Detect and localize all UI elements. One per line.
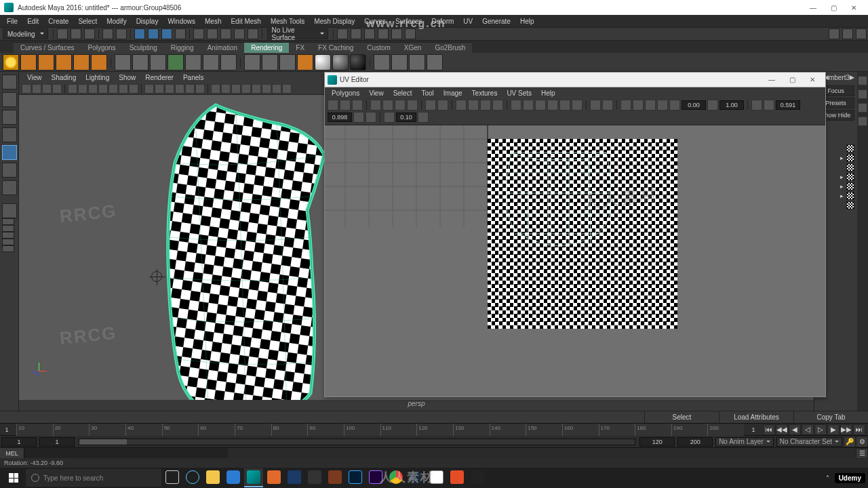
uv-paste-uv-icon[interactable] [366,112,376,123]
texture-icon[interactable] [132,54,149,70]
uv-menu-help[interactable]: Help [537,88,559,98]
directional-light-icon[interactable] [20,54,37,70]
hypershade-icon[interactable] [391,28,402,39]
ae-swatch-icon[interactable] [846,192,854,200]
file-node-icon[interactable] [220,54,237,70]
script-editor-button[interactable]: ☰ [856,448,868,459]
material-attr-icon[interactable] [409,54,425,70]
range-end-input[interactable] [639,437,675,447]
uv-image-ratio-icon[interactable] [707,100,718,110]
uv-close-button[interactable]: ✕ [802,73,823,87]
prefs-button[interactable]: ⚙ [856,436,868,447]
uv-isolate-icon[interactable] [590,100,601,110]
tab-rendering[interactable]: Rendering [244,42,289,53]
render-current-frame-icon[interactable] [244,54,260,70]
save-scene-icon[interactable] [84,28,95,39]
task-edge-icon[interactable] [224,468,243,487]
snap-plane-icon[interactable] [234,28,245,39]
uv-editor-window[interactable]: UV Editor — ▢ ✕ Polygons View Select Too… [324,72,826,397]
uv-align-u-icon[interactable] [535,100,546,110]
vp-ao-icon[interactable] [231,84,241,94]
vp-smooth-shade-icon[interactable] [155,84,164,94]
uv-distribute-u-icon[interactable] [559,100,570,110]
snap-live-icon[interactable] [248,28,258,39]
uv-snapshot-icon[interactable] [764,100,774,110]
ambient-light-icon[interactable] [3,54,19,70]
uv-menu-view[interactable]: View [365,88,388,98]
vp-safe-action-icon[interactable] [119,84,128,94]
vp-grid-icon[interactable] [68,84,77,94]
armour-mesh[interactable] [141,102,331,400]
uv-cut-icon[interactable] [456,100,467,110]
ae-swatch-icon[interactable] [846,154,854,162]
vp-dof-icon[interactable] [262,84,271,94]
range-handle[interactable] [79,439,127,445]
tab-curves-surfaces[interactable]: Curves / Surfaces [14,42,81,53]
menu-edit[interactable]: Edit [23,16,43,26]
scale-tool[interactable] [2,163,17,178]
tab-fx-caching[interactable]: FX Caching [311,42,360,53]
vp-motion-blur-icon[interactable] [241,84,251,94]
toggle-attribute-editor-icon[interactable] [858,89,867,99]
vp-exposure-icon[interactable] [272,84,281,94]
tab-polygons[interactable]: Polygons [81,42,122,53]
menu-windows[interactable]: Windows [163,16,199,26]
task-app-orange-icon[interactable] [264,468,283,487]
render-settings-icon[interactable] [378,28,389,39]
single-view-icon[interactable] [2,203,17,218]
uv-editor-canvas[interactable]: -0.8-0.6-0.4 -0.20.20.4 0.60.81 人人素材 [325,125,825,396]
uv-toggle-texture-icon[interactable] [657,100,668,110]
uv-nudge-step[interactable] [396,113,416,122]
tab-custom[interactable]: Custom [360,42,397,53]
vp-2d-pan-icon[interactable] [52,84,62,94]
step-forward-button[interactable]: ▶ [827,424,840,435]
uv-nudge-left-icon[interactable] [384,112,395,123]
script-lang-button[interactable]: MEL [0,448,24,458]
toggle-modeling-toolkit-icon[interactable] [858,76,867,85]
menu-mesh-tools[interactable]: Mesh Tools [267,16,309,26]
vp-menu-view[interactable]: View [23,73,46,83]
vp-gamma-icon[interactable] [282,84,292,94]
assign-material-icon[interactable] [391,54,408,70]
uv-input-v[interactable] [328,113,352,122]
taskbar-search[interactable]: Type here to search [26,469,161,487]
uv-menu-uvsets[interactable]: UV Sets [502,88,536,98]
batch-render-icon[interactable] [279,54,296,70]
spot-light-icon[interactable] [56,54,72,70]
ae-swatch-icon[interactable] [846,182,854,190]
vp-safe-title-icon[interactable] [129,84,138,94]
vp-menu-renderer[interactable]: Renderer [141,73,178,83]
persp-outliner-icon[interactable] [2,232,14,239]
task-cinema4d-icon[interactable] [285,468,304,487]
four-view-icon[interactable] [2,218,14,225]
system-tray[interactable]: ˄ Udemy [826,473,865,483]
menu-help[interactable]: Help [516,16,538,26]
start-button[interactable] [3,468,24,488]
task-html5-icon[interactable] [448,468,467,487]
ipr-icon[interactable] [262,54,278,70]
light-editor-icon[interactable] [405,28,416,39]
3d-paint-icon[interactable] [115,54,131,70]
new-scene-icon[interactable] [57,28,68,39]
area-light-icon[interactable] [73,54,90,70]
last-tool[interactable] [2,180,17,195]
ae-slider-handle[interactable]: ▸ [840,174,844,180]
step-back-button[interactable]: ◀ [789,424,801,435]
ae-copy-tab-button[interactable]: Copy Tab [793,411,868,423]
vp-menu-lighting[interactable]: Lighting [81,73,113,83]
uv-layout-icon[interactable] [511,100,521,110]
tray-chevron-icon[interactable]: ˄ [826,474,829,482]
uv-copy-uv-icon[interactable] [353,112,364,123]
uv-input-u[interactable] [776,100,800,110]
point-light-icon[interactable] [38,54,54,70]
vp-bookmark-icon[interactable] [32,84,41,94]
brush-icon[interactable] [427,54,443,70]
menu-create[interactable]: Create [44,16,73,26]
menu-select[interactable]: Select [74,16,101,26]
range-track[interactable] [79,439,635,445]
uv-flip-v-icon[interactable] [382,100,393,110]
go-to-start-button[interactable]: ⏮ [763,424,775,435]
uv-input-a[interactable] [682,100,706,110]
menu-surfaces[interactable]: Surfaces [391,16,426,26]
vp-lights-icon[interactable] [175,84,184,94]
